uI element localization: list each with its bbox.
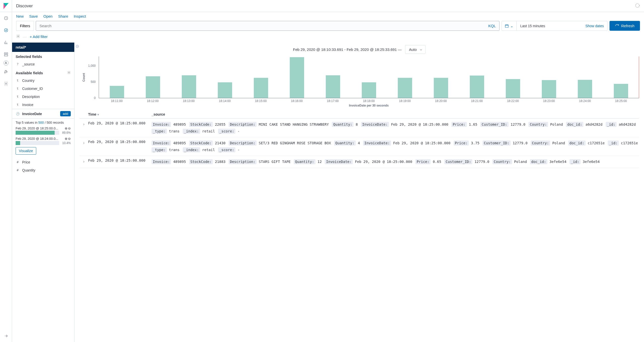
source-value: a6d4282d (586, 122, 602, 126)
col-source-header[interactable]: _source (152, 112, 639, 116)
source-value: Poland (514, 160, 527, 164)
source-key: StockCode: (189, 141, 213, 146)
searchbar: Filters KQL ⌄ Last 15 minutes Show dates… (12, 21, 644, 33)
nav-apm-icon[interactable]: A (4, 60, 9, 65)
field-name-invoicedate: InvoiceDate (22, 112, 42, 116)
field-item[interactable]: tCountry (12, 77, 74, 85)
source-key: doc_id: (530, 159, 547, 164)
chart-bar[interactable] (506, 79, 520, 98)
field-item[interactable]: #Price (12, 158, 74, 166)
filters-button[interactable]: Filters (16, 21, 34, 31)
field-type-icon: ? (16, 62, 20, 66)
field-item[interactable]: tCustomer_ID (12, 85, 74, 93)
svg-rect-7 (505, 25, 508, 27)
nav-visualize-icon[interactable] (0, 36, 12, 48)
source-value: 21430 (215, 141, 226, 145)
field-details-summary: Top 5 values in 500 / 500 records (16, 121, 71, 124)
chart-bar[interactable] (254, 78, 268, 98)
field-value-label: Feb 29, 2020 @ 18:24:00.0... (16, 137, 58, 141)
source-key: _index: (183, 129, 200, 134)
nav-dashboard-icon[interactable] (0, 48, 12, 60)
chart-bar[interactable] (326, 75, 340, 98)
source-key: Customer_ID: (480, 122, 508, 127)
chart-bar[interactable] (434, 78, 448, 98)
refresh-button[interactable]: Refresh (610, 21, 640, 31)
expand-row-icon[interactable]: › (80, 140, 88, 153)
show-dates-link[interactable]: Show dates (585, 24, 604, 28)
interval-select[interactable]: Auto (405, 45, 425, 54)
chart-bar[interactable] (290, 57, 304, 98)
zoom-out-icon[interactable]: ⊖ (68, 137, 71, 141)
nav-management-icon[interactable] (0, 78, 12, 90)
source-value: 12779.0 (513, 141, 527, 145)
date-range[interactable]: Last 15 minutes Show dates (517, 21, 607, 30)
field-type-icon: # (16, 160, 20, 164)
expand-row-icon[interactable]: › (80, 158, 88, 165)
chart-bar[interactable] (146, 76, 160, 98)
add-filter-link[interactable]: + Add filter (30, 35, 48, 39)
subnav-open[interactable]: Open (43, 14, 53, 18)
chart-bar[interactable] (542, 80, 556, 98)
source-key: _id: (569, 159, 581, 164)
chart-xtick: 18:18:00 (363, 99, 375, 103)
nav-discover-icon[interactable] (0, 24, 12, 36)
chart-bar[interactable] (182, 75, 196, 98)
chart-bar[interactable] (110, 86, 124, 98)
source-value: retail (202, 148, 215, 152)
fields-settings-icon[interactable] (67, 71, 71, 75)
zoom-in-icon[interactable]: ⊕ (65, 137, 67, 141)
expand-row-icon[interactable]: › (80, 121, 88, 134)
chart-xtick: 18:23:00 (543, 99, 555, 103)
source-key: _type: (152, 129, 167, 134)
field-details-count-link[interactable]: 500 (38, 121, 44, 124)
kibana-logo[interactable] (0, 0, 12, 12)
index-pattern-selector[interactable]: retail* (12, 43, 74, 52)
col-time-header[interactable]: Time▼ (88, 112, 152, 116)
source-key: Price: (454, 141, 469, 146)
field-item[interactable]: ?_source (12, 60, 74, 68)
histogram-range-text: Feb 29, 2020 @ 18:10:33.691 - Feb 29, 20… (293, 47, 402, 52)
subnav: New Save Open Share Inspect (12, 12, 644, 21)
source-key: Price: (415, 159, 431, 164)
histogram-chart[interactable]: Count 05001,000 18:11:0018:12:0018:13:00… (80, 56, 639, 107)
source-value: Feb 29, 2020 @ 18:25:00.000 (355, 160, 412, 164)
nav-devtools-icon[interactable] (0, 65, 12, 78)
svg-rect-4 (4, 55, 8, 56)
chevron-down-icon: ⌄ (510, 24, 513, 28)
field-value-pct: 89.6% (61, 131, 71, 134)
help-icon[interactable] (635, 3, 640, 9)
search-input[interactable] (36, 21, 485, 30)
subnav-share[interactable]: Share (58, 14, 68, 18)
nav-collapse-icon[interactable] (0, 330, 12, 342)
chart-bar[interactable] (362, 82, 376, 98)
row-source: Invoice: 489895 StockCode: 21430 Descrip… (152, 140, 639, 153)
field-name: Customer_ID (22, 87, 43, 91)
zoom-out-icon[interactable]: ⊖ (68, 126, 71, 130)
source-key: _id: (608, 141, 619, 146)
field-name: _source (22, 62, 35, 66)
calendar-button[interactable]: ⌄ (502, 21, 517, 30)
chart-bar[interactable] (614, 84, 628, 98)
field-name: Price (22, 160, 30, 164)
add-field-button[interactable]: add (60, 111, 71, 116)
subnav-new[interactable]: New (16, 14, 24, 18)
chart-bar[interactable] (218, 82, 232, 98)
chart-bar[interactable] (578, 80, 592, 98)
field-item[interactable]: tInvoice (12, 101, 74, 109)
chart-bar[interactable] (398, 78, 412, 98)
source-value: Feb 29, 2020 @ 18:25:00.000 (393, 141, 451, 145)
chart-xtick: 18:19:00 (399, 99, 411, 103)
field-item[interactable]: tDescription (12, 93, 74, 101)
subnav-save[interactable]: Save (29, 14, 38, 18)
field-item[interactable]: #Quantity (12, 166, 74, 174)
zoom-in-icon[interactable]: ⊕ (65, 126, 67, 130)
kql-toggle[interactable]: KQL (485, 24, 499, 28)
filter-settings-icon[interactable] (16, 34, 20, 39)
nav-recent-icon[interactable] (0, 12, 12, 24)
visualize-button[interactable]: Visualize (16, 147, 36, 155)
subnav-inspect[interactable]: Inspect (74, 14, 86, 18)
field-item-invoicedate[interactable]: 🕑 InvoiceDate add (12, 109, 74, 119)
collapse-sidebar-icon[interactable] (75, 44, 80, 49)
available-fields-title: Available fields (12, 68, 74, 77)
chart-bar[interactable] (470, 76, 484, 98)
